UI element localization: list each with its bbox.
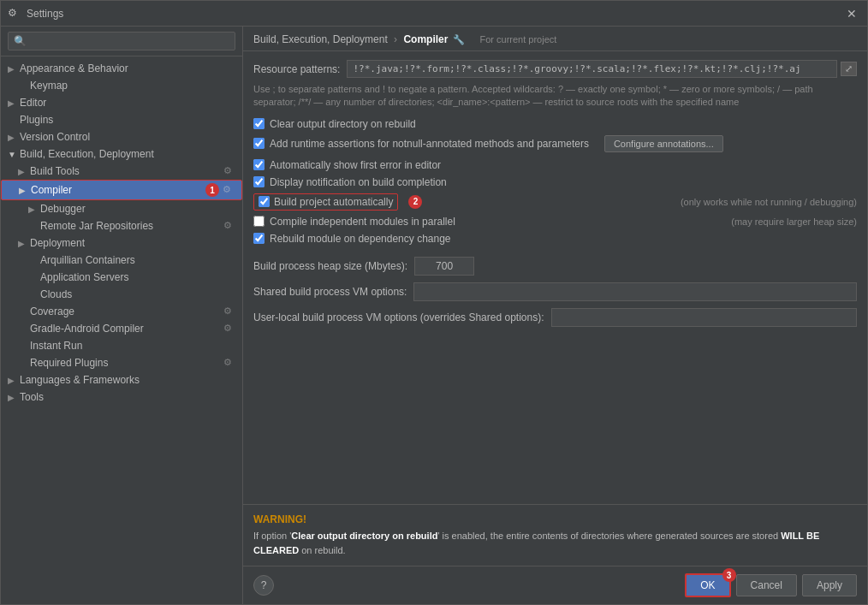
panel-header: Build, Execution, Deployment › Compiler … <box>243 27 867 51</box>
build-automatically-checkbox[interactable] <box>259 196 270 207</box>
sidebar-item-build-execution[interactable]: ▼ Build, Execution, Deployment <box>1 145 242 163</box>
project-icon: 🔧 <box>453 34 465 45</box>
sidebar-item-languages[interactable]: ▶ Languages & Frameworks <box>1 371 242 389</box>
sidebar-item-label: Compiler <box>31 184 202 196</box>
sidebar-item-compiler[interactable]: ▶ Compiler 1 ⚙ <box>1 180 242 200</box>
sidebar-item-version-control[interactable]: ▶ Version Control <box>1 128 242 145</box>
ok-label: OK <box>700 579 715 591</box>
search-input[interactable] <box>8 32 235 50</box>
gear-icon: ⚙ <box>223 220 235 232</box>
sidebar-item-gradle-android[interactable]: Gradle-Android Compiler ⚙ <box>1 320 242 337</box>
apply-button[interactable]: Apply <box>802 574 857 596</box>
compiler-badge: 1 <box>205 183 219 197</box>
clear-output-label: Clear output directory on rebuild <box>270 118 416 130</box>
sidebar-item-label: Editor <box>20 97 235 109</box>
ok-badge: 3 <box>722 568 736 582</box>
runtime-assertions-label: Add runtime assertions for notnull-annot… <box>270 138 589 150</box>
shared-vm-label: Shared build process VM options: <box>253 286 407 298</box>
display-notification-checkbox[interactable] <box>253 176 265 187</box>
arrow-icon: ▶ <box>8 64 18 74</box>
compile-independent-row: Compile independent modules in parallel … <box>253 216 857 228</box>
arrow-icon: ▶ <box>18 167 28 176</box>
heap-size-label: Build process heap size (Mbytes): <box>253 260 407 272</box>
sidebar-item-label: Version Control <box>20 131 235 143</box>
sidebar-item-editor[interactable]: ▶ Editor <box>1 94 242 111</box>
sidebar-item-debugger[interactable]: ▶ Debugger <box>1 200 242 217</box>
sidebar-item-label: Languages & Frameworks <box>20 374 235 386</box>
build-auto-note: (only works while not running / debuggin… <box>681 197 857 207</box>
heap-size-input[interactable] <box>414 257 474 276</box>
search-box <box>1 27 242 56</box>
resource-patterns-label: Resource patterns: <box>253 63 340 75</box>
clear-output-checkbox[interactable] <box>253 118 265 129</box>
main-content: ▶ Appearance & Behavior Keymap ▶ Editor … <box>1 27 867 604</box>
shared-vm-row: Shared build process VM options: <box>253 282 857 301</box>
help-button[interactable]: ? <box>253 575 274 596</box>
runtime-assertions-checkbox[interactable] <box>253 138 265 149</box>
arrow-icon: ▶ <box>8 133 18 142</box>
configure-annotations-button[interactable]: Configure annotations... <box>604 135 723 152</box>
gear-icon: ⚙ <box>223 165 235 177</box>
sidebar-item-build-tools[interactable]: ▶ Build Tools ⚙ <box>1 163 242 180</box>
sidebar-item-required-plugins[interactable]: Required Plugins ⚙ <box>1 354 242 371</box>
warning-box: WARNING! If option 'Clear output directo… <box>243 504 867 566</box>
expand-button[interactable]: ⤢ <box>841 62 857 76</box>
gear-icon: ⚙ <box>223 305 235 317</box>
sidebar-item-instant-run[interactable]: Instant Run <box>1 337 242 354</box>
sidebar-item-plugins[interactable]: Plugins <box>1 111 242 128</box>
compile-independent-checkbox[interactable] <box>253 216 265 227</box>
sidebar: ▶ Appearance & Behavior Keymap ▶ Editor … <box>1 27 243 604</box>
gear-icon: ⚙ <box>223 357 235 369</box>
shared-vm-input[interactable] <box>413 282 857 301</box>
build-auto-badge: 2 <box>408 195 422 209</box>
heap-size-row: Build process heap size (Mbytes): <box>253 257 857 276</box>
sidebar-item-label: Remote Jar Repositories <box>40 220 220 232</box>
hint-text: Use ; to separate patterns and ! to nega… <box>253 83 857 110</box>
arrow-icon: ▶ <box>8 393 18 402</box>
sidebar-item-label: Coverage <box>30 305 220 317</box>
resource-patterns-input[interactable] <box>347 60 837 78</box>
sidebar-item-app-servers[interactable]: Application Servers <box>1 269 242 286</box>
show-first-error-row: Automatically show first error in editor <box>253 159 857 171</box>
user-local-vm-input[interactable] <box>551 308 858 327</box>
sidebar-item-label: Tools <box>20 391 235 403</box>
sidebar-item-label: Appearance & Behavior <box>20 62 235 74</box>
panel-body: Resource patterns: ⤢ Use ; to separate p… <box>243 51 867 504</box>
warning-text: If option 'Clear output directory on reb… <box>253 529 857 557</box>
compile-independent-note: (may require larger heap size) <box>731 216 857 227</box>
runtime-assertions-row: Add runtime assertions for notnull-annot… <box>253 135 857 152</box>
rebuild-module-row: Rebuild module on dependency change <box>253 233 857 245</box>
close-button[interactable]: ✕ <box>843 5 860 22</box>
clear-output-row: Clear output directory on rebuild <box>253 118 857 130</box>
sidebar-item-clouds[interactable]: Clouds <box>1 286 242 303</box>
show-first-error-checkbox[interactable] <box>253 159 265 170</box>
sidebar-item-arquillian[interactable]: Arquillian Containers <box>1 252 242 269</box>
warning-bold: Clear output directory on rebuild <box>291 531 437 541</box>
sidebar-item-appearance[interactable]: ▶ Appearance & Behavior <box>1 60 242 77</box>
rebuild-module-checkbox[interactable] <box>253 233 265 244</box>
sidebar-item-deployment[interactable]: ▶ Deployment <box>1 234 242 252</box>
for-project-label: For current project <box>479 34 556 44</box>
display-notification-label: Display notification on build completion <box>270 176 447 188</box>
sidebar-item-keymap[interactable]: Keymap <box>1 77 242 94</box>
arrow-icon: ▶ <box>8 98 18 108</box>
arrow-icon: ▶ <box>8 376 18 385</box>
ok-button[interactable]: OK 3 <box>685 573 730 597</box>
sidebar-item-coverage[interactable]: Coverage ⚙ <box>1 303 242 320</box>
window-title: Settings <box>27 8 843 20</box>
build-automatically-label: Build project automatically <box>274 196 393 208</box>
breadcrumb-part1: Build, Execution, Deployment <box>253 33 388 45</box>
sidebar-item-label: Application Servers <box>40 271 235 283</box>
app-icon: ⚙ <box>8 7 21 21</box>
rebuild-module-label: Rebuild module on dependency change <box>270 233 451 245</box>
sidebar-item-label: Keymap <box>30 80 235 92</box>
sidebar-tree: ▶ Appearance & Behavior Keymap ▶ Editor … <box>1 56 242 604</box>
gear-icon: ⚙ <box>223 184 235 196</box>
arrow-icon: ▼ <box>8 150 18 159</box>
cancel-button[interactable]: Cancel <box>736 574 797 596</box>
build-automatically-highlight: Build project automatically <box>253 193 398 211</box>
build-automatically-row: Build project automatically 2 (only work… <box>253 193 857 211</box>
sidebar-item-tools[interactable]: ▶ Tools <box>1 389 242 406</box>
sidebar-item-remote-jar[interactable]: Remote Jar Repositories ⚙ <box>1 217 242 234</box>
sidebar-item-label: Gradle-Android Compiler <box>30 323 220 335</box>
